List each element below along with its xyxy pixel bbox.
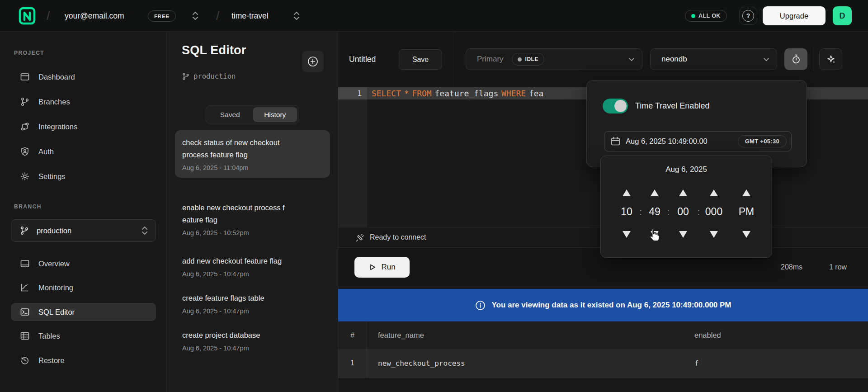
minutes-up-button[interactable] xyxy=(651,189,659,196)
sidebar-item-label: Overview xyxy=(38,260,70,268)
compute-select-value: Primary xyxy=(477,55,504,64)
org-switcher-chevrons-icon[interactable] xyxy=(192,11,199,21)
avatar[interactable]: D xyxy=(833,6,852,25)
database-select[interactable]: neondb xyxy=(650,48,777,70)
compute-status-label: IDLE xyxy=(525,56,538,62)
table-icon xyxy=(20,331,30,341)
history-item[interactable]: enable new checkout process f eature fla… xyxy=(175,195,330,243)
divider xyxy=(455,32,455,87)
sidebar-item-sql-editor[interactable]: SQL Editor xyxy=(11,303,156,321)
sidebar-item-restore[interactable]: Restore xyxy=(11,351,156,369)
plus-circle-icon xyxy=(307,56,319,67)
sidebar-item-auth[interactable]: Auth xyxy=(11,142,156,161)
sidebar-item-label: Restore xyxy=(38,356,65,365)
divider xyxy=(813,47,813,71)
sql-token: SELECT xyxy=(372,89,401,98)
toggle-knob xyxy=(614,100,627,112)
header-cell-index: # xyxy=(338,321,367,349)
sidebar-item-dashboard[interactable]: Dashboard xyxy=(11,68,156,86)
time-travel-toggle[interactable] xyxy=(603,99,628,113)
seconds-value: 00 xyxy=(677,206,689,218)
branch-selector-value: production xyxy=(37,227,71,235)
time-travel-popover: Time Travel Enabled Aug 6, 2025 10:49:00… xyxy=(586,80,807,167)
line-number: 1 xyxy=(338,87,362,99)
run-button[interactable]: Run xyxy=(354,257,410,278)
history-item[interactable]: create feature flags table Aug 6, 2025 -… xyxy=(175,286,330,321)
run-button-label: Run xyxy=(381,263,395,272)
tab-saved[interactable]: Saved xyxy=(208,107,252,122)
upgrade-button[interactable]: Upgrade xyxy=(763,6,826,25)
row-count: 1 row xyxy=(829,248,847,286)
status-ok-dot-icon xyxy=(691,14,695,18)
sidebar-item-label: Branches xyxy=(38,98,70,106)
seconds-down-button[interactable] xyxy=(679,231,687,238)
time-travel-toggle-label: Time Travel Enabled xyxy=(635,99,709,113)
history-item-title: add new checkout feature flag xyxy=(182,255,323,267)
ai-assist-button[interactable] xyxy=(819,48,842,70)
sparkles-icon xyxy=(826,54,836,65)
neon-logo-icon[interactable] xyxy=(18,6,37,25)
save-button[interactable]: Save xyxy=(399,49,442,70)
breadcrumb-org[interactable]: your@email.com xyxy=(65,0,124,32)
table-row[interactable]: 1 new_checkout_process f xyxy=(338,349,868,378)
breadcrumb-project[interactable]: time-travel xyxy=(231,0,269,32)
seconds-up-button[interactable] xyxy=(679,189,687,196)
hours-up-button[interactable] xyxy=(623,189,631,196)
time-travel-button[interactable] xyxy=(784,48,807,70)
history-item-date: Aug 6, 2025 - 10:47pm xyxy=(182,270,323,278)
status-badge[interactable]: ALL OK xyxy=(685,10,727,22)
banner-text: You are viewing data as it existed on Au… xyxy=(491,301,731,310)
history-item[interactable]: add new checkout feature flag Aug 6, 202… xyxy=(175,249,330,284)
sql-editor-terminal-icon xyxy=(20,307,30,317)
datetime-input[interactable]: Aug 6, 2025 10:49:00.00 GMT +05:30 xyxy=(604,131,792,151)
datetime-picker: Aug 6, 2025 10 : 49 : 00 : 000 PM xyxy=(600,156,772,258)
history-item-title: check status of new checkout xyxy=(182,137,323,149)
tab-history[interactable]: History xyxy=(253,107,297,122)
query-duration: 208ms xyxy=(781,248,802,286)
project-switcher-chevrons-icon[interactable] xyxy=(293,11,300,21)
time-travel-banner: You are viewing data as it existed on Au… xyxy=(338,289,868,321)
sidebar-item-integrations[interactable]: Integrations xyxy=(11,118,156,136)
sidebar-item-branches[interactable]: Branches xyxy=(11,93,156,111)
cell-index: 1 xyxy=(338,349,367,377)
editor-header: Untitled Save Primary IDLE neondb xyxy=(338,32,868,87)
millis-value: 000 xyxy=(705,206,722,218)
millis-up-button[interactable] xyxy=(710,189,718,196)
sidebar-item-label: Auth xyxy=(38,147,54,156)
chevrons-up-down-icon xyxy=(141,226,148,236)
sidebar-item-tables[interactable]: Tables xyxy=(11,327,156,345)
git-branch-icon xyxy=(20,97,30,107)
timezone-badge: GMT +05:30 xyxy=(738,135,787,147)
history-item-title: create feature flags table xyxy=(182,292,323,304)
compute-select[interactable]: Primary IDLE xyxy=(466,48,642,70)
history-item[interactable]: create project database Aug 6, 2025 - 10… xyxy=(175,323,330,358)
sidebar-item-overview[interactable]: Overview xyxy=(11,255,156,273)
history-item-date: Aug 6, 2025 - 10:52pm xyxy=(182,229,323,236)
new-query-button[interactable] xyxy=(302,51,324,72)
saved-history-tabs: Saved History xyxy=(206,105,299,124)
triangle-up-icon xyxy=(623,189,631,196)
query-tab-title[interactable]: Untitled xyxy=(349,32,376,87)
breadcrumb-slash: / xyxy=(47,0,50,32)
sidebar-item-monitoring[interactable]: Monitoring xyxy=(11,279,156,297)
triangle-up-icon xyxy=(742,189,750,196)
history-item-title: eature flag xyxy=(182,214,323,226)
triangle-up-icon xyxy=(710,189,718,196)
sidebar-item-settings[interactable]: Settings xyxy=(11,167,156,185)
stopwatch-icon xyxy=(791,54,802,65)
header-cell-feature-name: feature_name xyxy=(367,331,684,340)
history-item-title: create project database xyxy=(182,329,323,341)
top-bar: / your@email.com FREE / time-travel ALL … xyxy=(0,0,868,32)
history-item[interactable]: check status of new checkout process fea… xyxy=(175,130,330,178)
git-branch-icon xyxy=(19,226,29,236)
hours-down-button[interactable] xyxy=(623,231,631,238)
history-item-title: enable new checkout process f xyxy=(182,202,323,214)
overview-icon xyxy=(20,259,30,269)
compute-status-badge: IDLE xyxy=(512,53,544,66)
branch-selector[interactable]: production xyxy=(11,219,156,242)
meridiem-up-button[interactable] xyxy=(742,189,750,196)
help-button[interactable]: ? xyxy=(739,7,757,25)
millis-down-button[interactable] xyxy=(710,231,718,238)
history-item-title: process feature flag xyxy=(182,149,323,161)
meridiem-down-button[interactable] xyxy=(742,231,750,238)
